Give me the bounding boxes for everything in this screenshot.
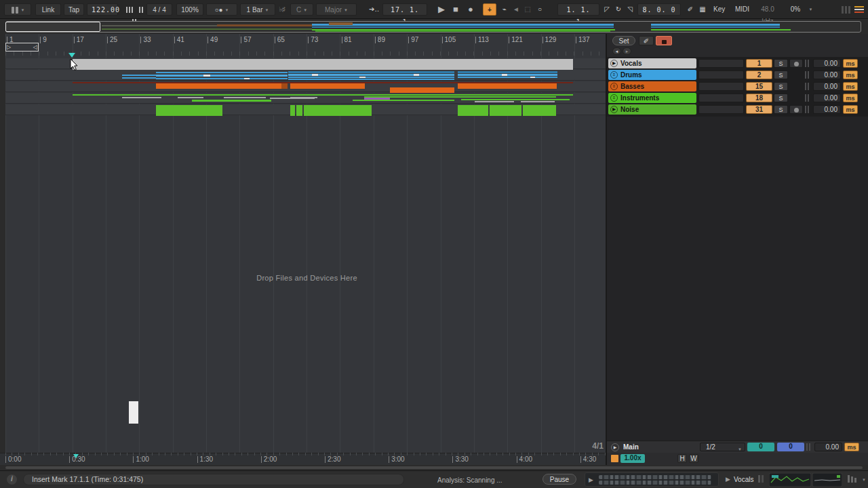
track-input-number[interactable]: 31 bbox=[746, 105, 772, 114]
preview-play-icon[interactable]: ▶ bbox=[589, 476, 593, 483]
track-header-noise[interactable]: ▶Noise31S0.00ms bbox=[607, 104, 868, 115]
drums-clip[interactable] bbox=[288, 77, 454, 78]
fold-icon[interactable]: ≡ bbox=[610, 83, 618, 90]
noise-clip[interactable] bbox=[304, 105, 372, 116]
loop-length-field[interactable]: 8. 0. 0 bbox=[637, 3, 681, 16]
drums-clip[interactable] bbox=[458, 71, 557, 73]
solo-button[interactable]: S bbox=[774, 105, 788, 114]
instruments-clip[interactable] bbox=[192, 100, 271, 102]
track-delay-unit[interactable]: ms bbox=[843, 94, 858, 102]
info-icon[interactable]: i bbox=[7, 474, 17, 485]
instruments-clip[interactable] bbox=[461, 99, 570, 100]
loop-brace[interactable]: ▷◁ bbox=[5, 43, 39, 52]
noise-clip[interactable] bbox=[523, 105, 556, 116]
main-delay-field[interactable]: 0.00 bbox=[814, 443, 842, 451]
midi-note[interactable] bbox=[224, 97, 266, 98]
track-delay-field[interactable]: 0.00 bbox=[813, 82, 841, 91]
main-delay-unit[interactable]: ms bbox=[844, 443, 859, 451]
tap-tempo-button[interactable]: Tap bbox=[64, 3, 84, 16]
preview-track-chooser[interactable]: Vocals bbox=[734, 476, 753, 483]
metronome-icon[interactable] bbox=[121, 3, 148, 16]
track-header-basses[interactable]: ≡Basses15S0.00ms bbox=[607, 81, 868, 92]
track-routing-box[interactable] bbox=[698, 59, 744, 68]
midi-note[interactable] bbox=[203, 75, 210, 77]
basses-clip[interactable] bbox=[290, 83, 365, 89]
instruments-clip[interactable] bbox=[73, 94, 573, 96]
track-delay-field[interactable]: 0.00 bbox=[813, 105, 841, 114]
computer-midi-keyboard-icon[interactable]: ▦ bbox=[697, 3, 708, 16]
instruments-clip[interactable] bbox=[364, 96, 556, 98]
device-thumbnail-1[interactable] bbox=[769, 473, 811, 487]
track-header-vocals[interactable]: ▶Vocals1S0.00ms bbox=[607, 58, 868, 69]
drums-clip[interactable] bbox=[122, 75, 156, 76]
tempo-field[interactable]: 122.00 bbox=[87, 3, 118, 16]
midi-note[interactable] bbox=[530, 77, 535, 78]
follow-button[interactable]: ➔‥ bbox=[365, 3, 381, 16]
draw-mode-icon[interactable]: ✐ bbox=[685, 3, 696, 16]
noise-clip[interactable] bbox=[490, 105, 521, 116]
solo-button[interactable]: S bbox=[774, 94, 788, 102]
track-delay-field[interactable]: 0.00 bbox=[813, 70, 841, 79]
add-track-button[interactable]: + bbox=[483, 3, 496, 16]
track-input-number[interactable]: 1 bbox=[746, 59, 772, 68]
arrangement-position-field[interactable]: 17. 1. 1 bbox=[382, 3, 427, 16]
drums-clip[interactable] bbox=[288, 71, 454, 73]
record-button[interactable]: ● bbox=[464, 3, 477, 16]
basses-clip[interactable] bbox=[390, 87, 454, 93]
key-scale-chooser[interactable]: Major▼ bbox=[316, 3, 357, 16]
solo-button[interactable]: S bbox=[774, 70, 788, 79]
drums-clip[interactable] bbox=[122, 77, 156, 79]
midi-note[interactable] bbox=[244, 78, 250, 79]
track-delay-unit[interactable]: ms bbox=[843, 105, 858, 114]
drums-clip[interactable] bbox=[288, 79, 454, 80]
zoom-width-button[interactable]: W bbox=[689, 454, 698, 463]
midi-map-button[interactable]: MIDI bbox=[731, 3, 750, 16]
solo-button[interactable]: S bbox=[774, 59, 788, 68]
track-delay-unit[interactable]: ms bbox=[843, 59, 858, 68]
next-locator-button[interactable]: ▸ bbox=[623, 47, 631, 55]
track-delay-unit[interactable]: ms bbox=[843, 70, 858, 79]
chooser-play-icon[interactable]: ▶ bbox=[726, 476, 730, 483]
track-delay-field[interactable]: 0.00 bbox=[813, 94, 841, 102]
options-menu-button[interactable]: ▼ bbox=[4, 3, 31, 16]
drums-clip[interactable] bbox=[458, 77, 557, 78]
noise-clip[interactable] bbox=[296, 105, 302, 116]
capture-midi-icon[interactable]: ⬚ bbox=[522, 3, 533, 16]
arm-button[interactable] bbox=[789, 59, 803, 68]
session-record-link-icon[interactable]: ⌁ bbox=[499, 3, 510, 16]
play-button[interactable]: ▶ bbox=[434, 3, 448, 16]
main-routing-chooser[interactable]: 1/2▼ bbox=[700, 443, 745, 451]
track-name[interactable]: ▶Vocals bbox=[608, 58, 696, 68]
midi-note[interactable] bbox=[312, 74, 318, 76]
noise-clip[interactable] bbox=[156, 105, 222, 116]
instruments-clip[interactable] bbox=[353, 100, 454, 101]
midi-note[interactable] bbox=[475, 101, 514, 102]
basses-clip[interactable] bbox=[281, 83, 288, 89]
track-routing-box[interactable] bbox=[698, 70, 744, 79]
track-input-number[interactable]: 18 bbox=[746, 94, 772, 102]
main-pan-dial[interactable]: 0 bbox=[747, 443, 774, 451]
key-signature-icon[interactable]: ♭♯ bbox=[277, 3, 288, 16]
key-map-button[interactable]: Key bbox=[709, 3, 727, 16]
midi-note[interactable] bbox=[290, 97, 317, 98]
time-signature-field[interactable]: 4 / 4 bbox=[146, 3, 172, 16]
fold-icon[interactable]: ≡ bbox=[610, 71, 618, 79]
dragged-clip-ghost[interactable] bbox=[129, 401, 138, 424]
noise-clip[interactable] bbox=[290, 105, 295, 116]
track-name[interactable]: ≡Basses bbox=[608, 81, 696, 92]
track-input-number[interactable]: 15 bbox=[746, 82, 772, 91]
play-icon[interactable]: ▶ bbox=[610, 60, 618, 67]
playback-speed-field[interactable]: 1.00x bbox=[620, 454, 645, 463]
track-input-number[interactable]: 2 bbox=[746, 70, 772, 79]
drums-clip[interactable] bbox=[156, 75, 288, 77]
track-header-drums[interactable]: ≡Drums2S0.00ms bbox=[607, 70, 868, 81]
solo-button[interactable]: S bbox=[774, 82, 788, 91]
basses-clip[interactable] bbox=[458, 83, 557, 89]
midi-note[interactable] bbox=[122, 97, 161, 98]
fold-icon[interactable]: ≡ bbox=[610, 94, 618, 102]
track-routing-box[interactable] bbox=[698, 105, 744, 114]
midi-note[interactable] bbox=[359, 77, 366, 78]
track-delay-unit[interactable]: ms bbox=[843, 82, 858, 91]
quantization-chooser[interactable]: 1 Bar▼ bbox=[240, 3, 275, 16]
play-icon[interactable]: ▶ bbox=[611, 443, 619, 451]
